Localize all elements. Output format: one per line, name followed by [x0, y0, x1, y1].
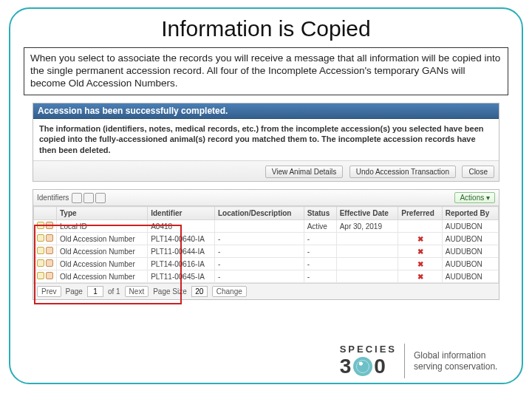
logo-number: 3 0	[340, 355, 386, 378]
edit-icon[interactable]	[37, 222, 44, 229]
cell-identifier: PLT11-00644-IA	[148, 245, 215, 258]
pager: Prev Page of 1 Next Page Size Change	[33, 283, 499, 299]
pager-of-label: of 1	[108, 287, 120, 296]
dialog-banner: Accession has been successfully complete…	[33, 103, 499, 119]
cell-date	[336, 245, 398, 258]
cell-type: Old Accession Number	[57, 245, 148, 258]
identifiers-table: Type Identifier Location/Description Sta…	[33, 206, 499, 283]
slide-frame: Information is Copied When you select to…	[9, 7, 523, 384]
cell-location: -	[215, 258, 304, 270]
col-preferred: Preferred	[398, 207, 442, 220]
intro-text: When you select to associate the records…	[24, 47, 508, 95]
footer: SPECIES 3 0 Global information serving c…	[340, 344, 510, 378]
tag-icon	[46, 222, 53, 229]
cell-status: Active	[304, 220, 336, 233]
tag-icon	[46, 272, 53, 279]
cell-identifier: PLT14-00640-IA	[148, 233, 215, 245]
dialog-message: The information (identifiers, notes, med…	[33, 119, 499, 161]
cell-type: Old Accession Number	[57, 258, 148, 270]
undo-accession-button[interactable]: Undo Accession Transaction	[349, 166, 456, 178]
col-status: Status	[304, 207, 336, 220]
cell-status: -	[304, 233, 336, 245]
grid-icon[interactable]	[83, 193, 94, 203]
edit-icon[interactable]	[37, 247, 44, 254]
cell-identifier: PLT14-00616-IA	[148, 258, 215, 270]
cell-location: -	[215, 245, 304, 258]
cell-date	[336, 258, 398, 270]
cell-status: -	[304, 270, 336, 283]
row-actions[interactable]	[34, 258, 57, 270]
table-row[interactable]: Old Accession Number PLT14-00640-IA - - …	[34, 233, 499, 245]
export-icon[interactable]	[95, 193, 106, 203]
cell-type: Local ID	[57, 220, 148, 233]
cell-status: -	[304, 258, 336, 270]
col-blank	[34, 207, 57, 220]
cell-preferred: ✖	[398, 233, 442, 245]
tag-icon	[46, 247, 53, 254]
panel-header-icons	[72, 193, 106, 203]
cell-reported: AUDUBON	[442, 270, 498, 283]
cell-location	[215, 220, 304, 233]
pager-page-input[interactable]	[87, 286, 103, 297]
cell-date	[336, 270, 398, 283]
footer-tagline: Global information serving conservation.	[414, 350, 510, 372]
pager-size-label: Page Size	[153, 287, 187, 296]
col-type: Type	[57, 207, 148, 220]
table-row[interactable]: Old Accession Number PLT11-00645-IA - - …	[34, 270, 499, 283]
pager-size-input[interactable]	[191, 286, 208, 297]
cell-date	[336, 233, 398, 245]
cell-preferred	[398, 220, 442, 233]
table-row[interactable]: Old Accession Number PLT14-00616-IA - - …	[34, 258, 499, 270]
tag-icon	[46, 234, 53, 242]
cell-date: Apr 30, 2019	[336, 220, 398, 233]
add-icon[interactable]	[72, 193, 82, 203]
cell-reported: AUDUBON	[442, 233, 498, 245]
row-actions[interactable]	[34, 220, 57, 233]
screenshot-dialog: Accession has been successfully complete…	[33, 103, 499, 183]
col-reported-by: Reported By	[442, 207, 498, 220]
edit-icon[interactable]	[37, 272, 44, 279]
actions-dropdown[interactable]: Actions ▾	[454, 192, 495, 203]
cell-identifier: A0418	[148, 220, 215, 233]
col-identifier: Identifier	[148, 207, 215, 220]
panel-header: Identifiers Actions ▾	[33, 190, 499, 206]
cell-preferred: ✖	[398, 258, 442, 270]
panel-title: Identifiers	[37, 194, 69, 202]
logo-word: SPECIES	[340, 344, 397, 355]
tag-icon	[46, 259, 53, 267]
species360-logo: SPECIES 3 0	[340, 344, 405, 378]
cell-location: -	[215, 270, 304, 283]
cell-type: Old Accession Number	[57, 270, 148, 283]
pager-change-button[interactable]: Change	[212, 286, 247, 297]
cell-preferred: ✖	[398, 245, 442, 258]
edit-icon[interactable]	[37, 234, 44, 242]
close-button[interactable]: Close	[462, 166, 494, 178]
pager-next-button[interactable]: Next	[125, 286, 149, 297]
cell-identifier: PLT11-00645-IA	[148, 270, 215, 283]
table-row[interactable]: Old Accession Number PLT11-00644-IA - - …	[34, 245, 499, 258]
col-effective-date: Effective Date	[336, 207, 398, 220]
cell-reported: AUDUBON	[442, 220, 498, 233]
row-actions[interactable]	[34, 270, 57, 283]
cell-type: Old Accession Number	[57, 233, 148, 245]
dialog-button-row: View Animal Details Undo Accession Trans…	[33, 160, 499, 181]
slide-title: Information is Copied	[19, 16, 513, 41]
table-row[interactable]: Local ID A0418 Active Apr 30, 2019 AUDUB…	[34, 220, 499, 233]
view-animal-details-button[interactable]: View Animal Details	[265, 166, 344, 178]
cell-reported: AUDUBON	[442, 258, 498, 270]
row-actions[interactable]	[34, 245, 57, 258]
cell-preferred: ✖	[398, 270, 442, 283]
cell-location: -	[215, 233, 304, 245]
edit-icon[interactable]	[37, 259, 44, 267]
globe-icon	[353, 357, 372, 376]
cell-status: -	[304, 245, 336, 258]
pager-prev-button[interactable]: Prev	[37, 286, 61, 297]
pager-page-label: Page	[66, 287, 83, 296]
col-location: Location/Description	[215, 207, 304, 220]
screenshot-identifiers-grid: Identifiers Actions ▾ Type Identifier Lo…	[33, 189, 499, 300]
row-actions[interactable]	[34, 233, 57, 245]
cell-reported: AUDUBON	[442, 245, 498, 258]
